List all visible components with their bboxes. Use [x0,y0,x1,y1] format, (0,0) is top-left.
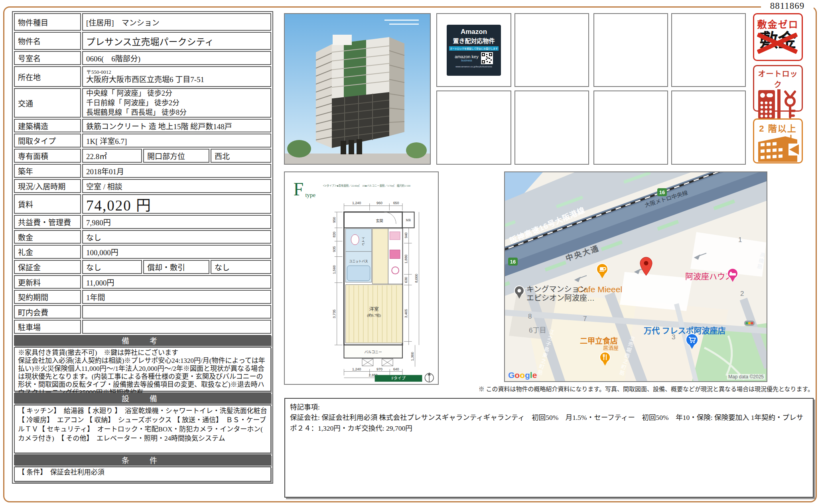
postal-code: 〒550-0012 [86,69,111,75]
traffic-light-icon [744,321,755,326]
qr-code-icon [481,52,493,64]
table-row: 敷金 なし [14,230,271,244]
map-copyright: Map data ©2025 [727,374,765,380]
row-label: 物件種目 [14,13,81,31]
row-label: 現況/入居時期 [14,179,81,193]
row-label: 交通 [14,88,81,118]
photo-slot-amazon: Amazon 置き配対応物件 オートロックを解錠して安全にお届けします amaz… [436,13,511,87]
row-value [82,305,271,319]
table-row: 礼金 100,000円 [14,245,271,259]
table-row: 駐車場 [14,320,271,334]
amazon-strip-text: オートロックを解錠して安全にお届けします [449,46,499,51]
cafe-pin-icon[interactable] [596,263,609,279]
restaurant-pin-icon[interactable] [599,352,611,367]
block-number: 1 [738,236,742,244]
row-label: 敷金 [14,230,81,244]
svg-text:1,300: 1,300 [410,352,414,361]
photo-slot-empty [514,91,589,165]
row-label: 建築構造 [14,119,81,132]
table-row: 建築構造 鉄筋コンクリート 造 地上15階 総戸数148戸 [14,119,271,132]
table-row: 現況/入居時期 空室 / 相談 [14,179,271,193]
row-label: 開口部方位 [143,149,209,163]
remarks-text: ※家具付き賃貸(撤去不可) ※鍵は弊社にございます 保証会社加入必須(法人契約は… [14,347,271,392]
row-value: 中央線「 阿波座」 徒歩2分 千日前線「 阿波座」 徒歩2分 長堀鶴見線「 西長… [82,88,271,118]
mansion-pin-icon[interactable] [514,285,525,300]
poi-hotel-label[interactable]: 阿波座ハウス [685,270,733,282]
svg-text:8,000: 8,000 [414,274,418,283]
floorplan-type-bar: Fタイプ [391,376,405,380]
room-toilet-label: トイレ [361,236,365,246]
remarks-header: 備 考 [14,335,271,346]
floorplan: F type ＜Fタイプ＞■専有面積／22.60㎡ 1K■バルコニー面積／3.7… [284,171,439,385]
building-photo-illustration [285,14,430,164]
room-entrance-label: 玄関 [376,219,383,223]
table-row: 号室名 0606( 6階部分) [14,51,271,65]
special-notes-title: 特記事項: [290,402,808,412]
row-value: 〒550-0012 大阪府大阪市西区立売堀6 丁目7-51 [82,66,271,87]
hotel-pin-icon[interactable] [727,268,739,283]
svg-text:820: 820 [332,232,336,238]
row-label: 償却・敷引 [143,260,209,274]
access-line: 中央線「 阿波座」 徒歩2分 [86,89,172,98]
access-line: 長堀鶴見線「 西長堀」 徒歩8分 [86,108,187,117]
row-value: 1年間 [82,290,271,304]
room-bath-label: ユニットバス [349,260,368,263]
compass-icon [425,372,434,382]
svg-text:650: 650 [393,201,399,205]
svg-text:1,560: 1,560 [332,265,336,274]
row-value: プレサンス立売堀パークシティ [82,32,271,50]
row-value: なし [211,260,271,274]
row-label: 賃料 [14,194,81,214]
badge-autolock-title: オートロック [754,68,802,89]
route-shield-icon: 16 [657,188,667,196]
row-value: 1K[ 洋室6.7] [82,134,271,148]
row-value: 11,000円 [82,275,271,289]
floorplan-subtitle: ＜Fタイプ＞■専有面積／22.60㎡ 1K■バルコニー面積／3.70㎡ 縮尺約1… [323,184,410,187]
svg-text:1,240: 1,240 [352,201,361,205]
room-western-label: 洋室 [369,306,379,312]
block-number: 3 [672,333,675,341]
property-flyer: { "page": { "doc_number": "8811869", "di… [0,0,820,504]
svg-text:type: type [305,192,315,198]
table-row: 契約期間 1年間 [14,290,271,304]
photo-slot-empty [436,91,511,165]
equipment-header: 設 備 [14,393,271,404]
rent-value: 74,020 円 [82,194,271,214]
floorplan-drawing: F type ＜Fタイプ＞■専有面積／22.60㎡ 1K■バルコニー面積／3.7… [285,172,438,384]
row-label: 築年 [14,164,81,178]
svg-text:3,405: 3,405 [404,309,408,318]
poi-izakaya-label[interactable]: 居酒屋 [603,344,619,351]
row-label: 駐車場 [14,320,81,334]
table-row: 町内会費 [14,305,271,319]
badge-no-deposit-word: 敷金 [754,31,802,51]
location-map[interactable]: 阪神高速16号大阪港線 大阪メトロ中央線 中央大通 16 16 江之子島東之町筋… [504,171,767,382]
amazon-key-logo: amazon key business [455,54,478,62]
room-mb-label: MB [406,219,411,222]
room-balcony-label: バルコニー [365,350,382,354]
destination-pin-icon[interactable] [639,257,653,277]
block-number: 6丁目 [529,325,546,335]
row-label: 共益費・管理費 [14,215,81,229]
amazon-okihai-badge: Amazon 置き配対応物件 オートロックを解錠して安全にお届けします amaz… [447,25,501,76]
cart-pin-icon[interactable] [685,333,699,350]
poi-super-label[interactable]: 万代 フレスポ阿波座店 [644,325,726,336]
photo-slot-empty [671,13,746,87]
badge-autolock: オートロック [753,65,803,112]
amazon-url: www.amazon.co.jp/keyforbusiness [447,65,501,68]
row-value: [住居用] マンション [82,13,271,31]
svg-text:960: 960 [376,201,382,205]
google-logo: Google [508,370,537,380]
row-value: 100,000円 [82,245,271,259]
table-row: 間取タイプ 1K[ 洋室6.7] [14,134,271,148]
svg-text:935: 935 [332,246,336,252]
row-value: 空室 / 相談 [82,179,271,193]
table-row: 共益費・管理費 7,980円 [14,215,271,229]
block-number: 7 [583,315,587,323]
badge-no-deposit: 敷金ゼロ 敷金 [753,13,803,61]
table-row: 保証金 なし 償却・敷引 なし [14,260,271,274]
row-label: 所在地 [14,66,81,87]
row-value: 0606( 6階部分) [82,51,271,65]
row-label: 専有面積 [14,149,81,163]
equipment-text: 【 キッチン】 給湯器【 水廻り 】 浴室乾燥機・シャワートイレ・洗髪洗面化粧台… [14,405,271,453]
access-line: 千日前線「 阿波座」 徒歩2分 [86,98,179,108]
